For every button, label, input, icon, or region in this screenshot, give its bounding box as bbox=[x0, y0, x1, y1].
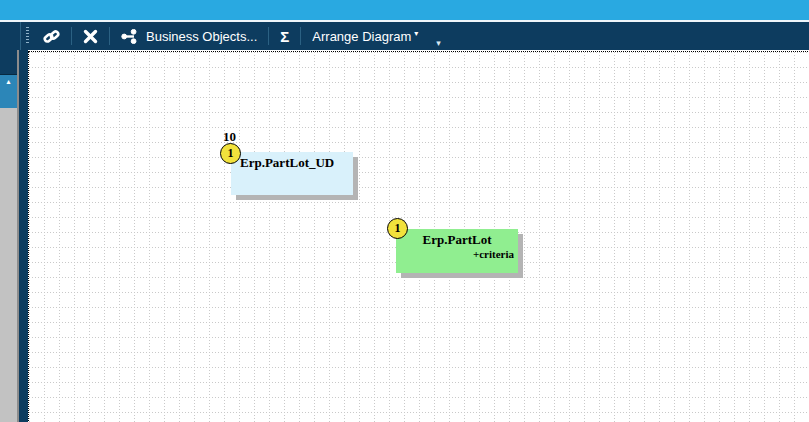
link-button[interactable] bbox=[35, 24, 68, 48]
badge-number: 1 bbox=[395, 221, 401, 236]
node-title: Erp.PartLot_UD bbox=[231, 152, 353, 170]
node-count-label: 10 bbox=[223, 129, 236, 145]
business-objects-icon bbox=[121, 29, 138, 44]
overflow-chevron-icon: ▾ bbox=[436, 38, 441, 48]
left-panel-rail: ▲ bbox=[0, 50, 19, 422]
canvas-left-gutter bbox=[19, 50, 28, 422]
node-criteria-label: +criteria bbox=[473, 248, 514, 260]
arrange-diagram-label: Arrange Diagram bbox=[312, 29, 411, 44]
node-erp-partlot[interactable]: Erp.PartLot +criteria bbox=[396, 229, 518, 273]
toolbar-separator bbox=[268, 27, 269, 45]
left-rail-top-segment bbox=[0, 50, 17, 75]
diagram-editor-window: Business Objects... Σ Arrange Diagram ▾ … bbox=[0, 0, 809, 422]
toolbar-left-pad bbox=[0, 22, 21, 50]
toolbar-separator bbox=[71, 27, 72, 45]
panel-collapse-button[interactable]: ▲ bbox=[0, 75, 17, 108]
toolbar-separator bbox=[109, 27, 110, 45]
chevron-down-icon: ▾ bbox=[414, 29, 418, 38]
arrange-diagram-button[interactable]: Arrange Diagram ▾ bbox=[304, 24, 426, 48]
business-objects-button[interactable]: Business Objects... bbox=[113, 24, 265, 48]
toolbar-separator bbox=[300, 27, 301, 45]
collapse-arrow-icon: ▲ bbox=[5, 78, 12, 85]
sigma-icon: Σ bbox=[280, 28, 289, 45]
business-objects-label: Business Objects... bbox=[146, 29, 257, 44]
link-icon bbox=[43, 28, 60, 45]
node-badge: 1 bbox=[220, 143, 241, 164]
badge-number: 1 bbox=[228, 146, 234, 161]
toolbar-drag-grip[interactable] bbox=[26, 27, 29, 45]
node-title: Erp.PartLot bbox=[396, 229, 518, 247]
title-bar bbox=[0, 0, 809, 20]
close-icon bbox=[83, 29, 98, 44]
node-badge: 1 bbox=[387, 218, 408, 239]
toolbar-overflow-button[interactable]: ▾ bbox=[436, 39, 441, 48]
sigma-button[interactable]: Σ bbox=[272, 24, 297, 48]
delete-button[interactable] bbox=[75, 24, 106, 48]
diagram-canvas[interactable]: Erp.PartLot_UD 1 10 Erp.PartLot +criteri… bbox=[28, 51, 809, 422]
diagram-toolbar: Business Objects... Σ Arrange Diagram ▾ … bbox=[0, 22, 809, 50]
node-erp-partlot-ud[interactable]: Erp.PartLot_UD bbox=[231, 152, 353, 195]
